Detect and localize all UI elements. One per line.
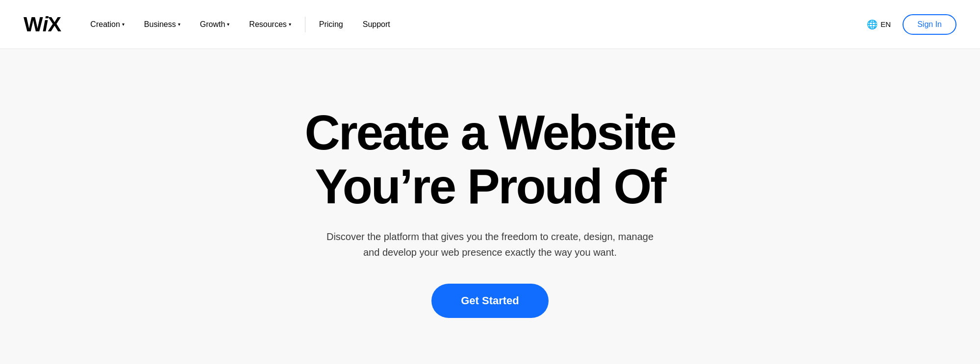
language-selector[interactable]: 🌐 EN (867, 19, 891, 30)
nav-label-support: Support (363, 20, 390, 29)
get-started-button[interactable]: Get Started (431, 284, 549, 318)
nav-label-creation: Creation (90, 20, 120, 29)
language-label: EN (880, 20, 891, 28)
nav-label-resources: Resources (249, 20, 286, 29)
logo[interactable]: WiX (24, 13, 61, 36)
main-nav: Creation ▾ Business ▾ Growth ▾ Resources… (80, 0, 867, 49)
nav-label-pricing: Pricing (319, 20, 343, 29)
navbar-right: 🌐 EN Sign In (867, 14, 956, 35)
chevron-down-icon: ▾ (227, 22, 229, 27)
nav-item-growth[interactable]: Growth ▾ (190, 0, 240, 49)
hero-title-line1: Create a Website (304, 105, 675, 160)
nav-item-resources[interactable]: Resources ▾ (239, 0, 301, 49)
globe-icon: 🌐 (867, 19, 878, 30)
sign-in-button[interactable]: Sign In (903, 14, 956, 35)
hero-section: Create a Website You’re Proud Of Discove… (0, 49, 980, 364)
nav-label-growth: Growth (200, 20, 226, 29)
wix-logo-text: WiX (24, 13, 61, 36)
chevron-down-icon: ▾ (122, 22, 125, 27)
nav-item-creation[interactable]: Creation ▾ (80, 0, 134, 49)
chevron-down-icon: ▾ (289, 22, 291, 27)
nav-item-business[interactable]: Business ▾ (134, 0, 190, 49)
nav-item-support[interactable]: Support (353, 0, 400, 49)
nav-divider (305, 17, 305, 32)
hero-subtitle: Discover the platform that gives you the… (319, 229, 662, 260)
hero-title-line2: You’re Proud Of (315, 159, 665, 214)
nav-label-business: Business (144, 20, 176, 29)
navbar: WiX Creation ▾ Business ▾ Growth ▾ Resou… (0, 0, 980, 49)
hero-title: Create a Website You’re Proud Of (304, 105, 675, 213)
nav-item-pricing[interactable]: Pricing (309, 0, 353, 49)
chevron-down-icon: ▾ (178, 22, 180, 27)
